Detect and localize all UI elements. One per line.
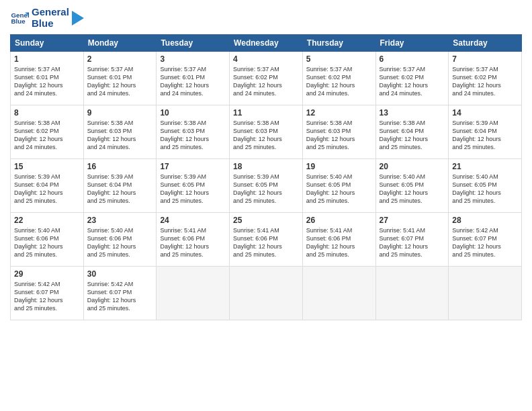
- calendar-week-1: 1 Sunrise: 5:37 AM Sunset: 6:01 PM Dayli…: [11, 52, 522, 105]
- calendar-cell: [230, 267, 303, 320]
- day-info: Sunrise: 5:39 AM Sunset: 6:04 PM Dayligh…: [452, 119, 518, 152]
- calendar-week-4: 22 Sunrise: 5:40 AM Sunset: 6:06 PM Dayl…: [11, 213, 522, 267]
- calendar-cell: 28 Sunrise: 5:42 AM Sunset: 6:07 PM Dayl…: [449, 213, 522, 267]
- day-number: 30: [87, 269, 153, 279]
- calendar-cell: 1 Sunrise: 5:37 AM Sunset: 6:01 PM Dayli…: [11, 52, 84, 105]
- col-wednesday: Wednesday: [230, 35, 303, 52]
- col-thursday: Thursday: [302, 35, 375, 52]
- day-info: Sunrise: 5:40 AM Sunset: 6:06 PM Dayligh…: [14, 226, 80, 259]
- calendar-cell: 6 Sunrise: 5:37 AM Sunset: 6:02 PM Dayli…: [375, 52, 449, 105]
- day-number: 17: [160, 162, 226, 171]
- day-number: 12: [306, 108, 372, 118]
- calendar-cell: 17 Sunrise: 5:39 AM Sunset: 6:05 PM Dayl…: [157, 159, 230, 213]
- calendar-header-row: Sunday Monday Tuesday Wednesday Thursday…: [11, 35, 522, 52]
- day-number: 7: [452, 54, 518, 64]
- day-number: 2: [87, 54, 153, 64]
- col-monday: Monday: [83, 35, 157, 52]
- day-number: 1: [14, 54, 80, 64]
- day-number: 18: [233, 162, 299, 171]
- day-number: 23: [87, 216, 153, 225]
- day-info: Sunrise: 5:37 AM Sunset: 6:01 PM Dayligh…: [160, 65, 226, 98]
- day-number: 8: [14, 108, 80, 118]
- day-info: Sunrise: 5:41 AM Sunset: 6:06 PM Dayligh…: [233, 226, 299, 259]
- day-number: 20: [380, 162, 445, 171]
- day-number: 9: [87, 108, 153, 118]
- day-number: 16: [87, 162, 153, 171]
- day-number: 22: [14, 216, 80, 225]
- day-number: 24: [160, 216, 226, 225]
- col-friday: Friday: [375, 35, 449, 52]
- calendar-cell: 11 Sunrise: 5:38 AM Sunset: 6:03 PM Dayl…: [230, 105, 303, 159]
- day-number: 28: [452, 216, 518, 225]
- day-number: 10: [160, 108, 226, 118]
- calendar-cell: 5 Sunrise: 5:37 AM Sunset: 6:02 PM Dayli…: [302, 52, 375, 105]
- day-info: Sunrise: 5:38 AM Sunset: 6:02 PM Dayligh…: [14, 119, 80, 152]
- calendar-cell: [449, 267, 522, 320]
- calendar-cell: 16 Sunrise: 5:39 AM Sunset: 6:04 PM Dayl…: [83, 159, 157, 213]
- calendar-week-3: 15 Sunrise: 5:39 AM Sunset: 6:04 PM Dayl…: [11, 159, 522, 213]
- calendar-cell: 22 Sunrise: 5:40 AM Sunset: 6:06 PM Dayl…: [11, 213, 84, 267]
- calendar-cell: 4 Sunrise: 5:37 AM Sunset: 6:02 PM Dayli…: [230, 52, 303, 105]
- day-number: 13: [380, 108, 445, 118]
- calendar-cell: 20 Sunrise: 5:40 AM Sunset: 6:05 PM Dayl…: [375, 159, 449, 213]
- calendar-cell: 27 Sunrise: 5:41 AM Sunset: 6:07 PM Dayl…: [375, 213, 449, 267]
- calendar-cell: [302, 267, 375, 320]
- day-info: Sunrise: 5:39 AM Sunset: 6:05 PM Dayligh…: [233, 173, 299, 205]
- day-info: Sunrise: 5:39 AM Sunset: 6:04 PM Dayligh…: [14, 173, 80, 205]
- day-info: Sunrise: 5:41 AM Sunset: 6:07 PM Dayligh…: [380, 226, 445, 259]
- day-info: Sunrise: 5:39 AM Sunset: 6:05 PM Dayligh…: [160, 173, 226, 205]
- day-info: Sunrise: 5:40 AM Sunset: 6:05 PM Dayligh…: [306, 173, 372, 205]
- calendar-cell: 8 Sunrise: 5:38 AM Sunset: 6:02 PM Dayli…: [11, 105, 84, 159]
- day-info: Sunrise: 5:42 AM Sunset: 6:07 PM Dayligh…: [14, 280, 80, 313]
- calendar-cell: 19 Sunrise: 5:40 AM Sunset: 6:05 PM Dayl…: [302, 159, 375, 213]
- day-number: 21: [452, 162, 518, 171]
- calendar-cell: 7 Sunrise: 5:37 AM Sunset: 6:02 PM Dayli…: [449, 52, 522, 105]
- logo-blue: Blue: [32, 18, 69, 30]
- svg-marker-4: [72, 11, 84, 26]
- day-number: 15: [14, 162, 80, 171]
- day-info: Sunrise: 5:42 AM Sunset: 6:07 PM Dayligh…: [87, 280, 153, 313]
- day-info: Sunrise: 5:39 AM Sunset: 6:04 PM Dayligh…: [87, 173, 153, 205]
- day-info: Sunrise: 5:37 AM Sunset: 6:02 PM Dayligh…: [452, 65, 518, 98]
- col-sunday: Sunday: [11, 35, 84, 52]
- calendar-cell: 14 Sunrise: 5:39 AM Sunset: 6:04 PM Dayl…: [449, 105, 522, 159]
- logo-arrow-icon: [72, 11, 84, 26]
- page-header: General Blue General Blue: [10, 7, 522, 29]
- day-number: 3: [160, 54, 226, 64]
- day-info: Sunrise: 5:37 AM Sunset: 6:02 PM Dayligh…: [380, 65, 445, 98]
- calendar-cell: 24 Sunrise: 5:41 AM Sunset: 6:06 PM Dayl…: [157, 213, 230, 267]
- day-info: Sunrise: 5:40 AM Sunset: 6:05 PM Dayligh…: [452, 173, 518, 205]
- calendar-cell: 13 Sunrise: 5:38 AM Sunset: 6:04 PM Dayl…: [375, 105, 449, 159]
- calendar-cell: 18 Sunrise: 5:39 AM Sunset: 6:05 PM Dayl…: [230, 159, 303, 213]
- day-number: 11: [233, 108, 299, 118]
- logo-icon: General Blue: [10, 9, 29, 28]
- day-number: 26: [306, 216, 372, 225]
- day-info: Sunrise: 5:40 AM Sunset: 6:06 PM Dayligh…: [87, 226, 153, 259]
- svg-text:Blue: Blue: [11, 17, 26, 25]
- day-number: 14: [452, 108, 518, 118]
- calendar-cell: [375, 267, 449, 320]
- day-number: 4: [233, 54, 299, 64]
- calendar-week-5: 29 Sunrise: 5:42 AM Sunset: 6:07 PM Dayl…: [11, 267, 522, 320]
- day-info: Sunrise: 5:37 AM Sunset: 6:02 PM Dayligh…: [233, 65, 299, 98]
- calendar-cell: 21 Sunrise: 5:40 AM Sunset: 6:05 PM Dayl…: [449, 159, 522, 213]
- calendar-week-2: 8 Sunrise: 5:38 AM Sunset: 6:02 PM Dayli…: [11, 105, 522, 159]
- day-number: 19: [306, 162, 372, 171]
- day-info: Sunrise: 5:41 AM Sunset: 6:06 PM Dayligh…: [306, 226, 372, 259]
- day-info: Sunrise: 5:41 AM Sunset: 6:06 PM Dayligh…: [160, 226, 226, 259]
- calendar-cell: 9 Sunrise: 5:38 AM Sunset: 6:03 PM Dayli…: [83, 105, 157, 159]
- calendar-cell: [157, 267, 230, 320]
- calendar-cell: 29 Sunrise: 5:42 AM Sunset: 6:07 PM Dayl…: [11, 267, 84, 320]
- calendar-cell: 12 Sunrise: 5:38 AM Sunset: 6:03 PM Dayl…: [302, 105, 375, 159]
- calendar-cell: 3 Sunrise: 5:37 AM Sunset: 6:01 PM Dayli…: [157, 52, 230, 105]
- day-number: 25: [233, 216, 299, 225]
- day-number: 6: [380, 54, 445, 64]
- col-saturday: Saturday: [449, 35, 522, 52]
- calendar-cell: 26 Sunrise: 5:41 AM Sunset: 6:06 PM Dayl…: [302, 213, 375, 267]
- day-info: Sunrise: 5:38 AM Sunset: 6:03 PM Dayligh…: [306, 119, 372, 152]
- day-info: Sunrise: 5:37 AM Sunset: 6:02 PM Dayligh…: [306, 65, 372, 98]
- day-number: 29: [14, 269, 80, 279]
- day-info: Sunrise: 5:42 AM Sunset: 6:07 PM Dayligh…: [452, 226, 518, 259]
- calendar-cell: 25 Sunrise: 5:41 AM Sunset: 6:06 PM Dayl…: [230, 213, 303, 267]
- day-info: Sunrise: 5:38 AM Sunset: 6:03 PM Dayligh…: [160, 119, 226, 152]
